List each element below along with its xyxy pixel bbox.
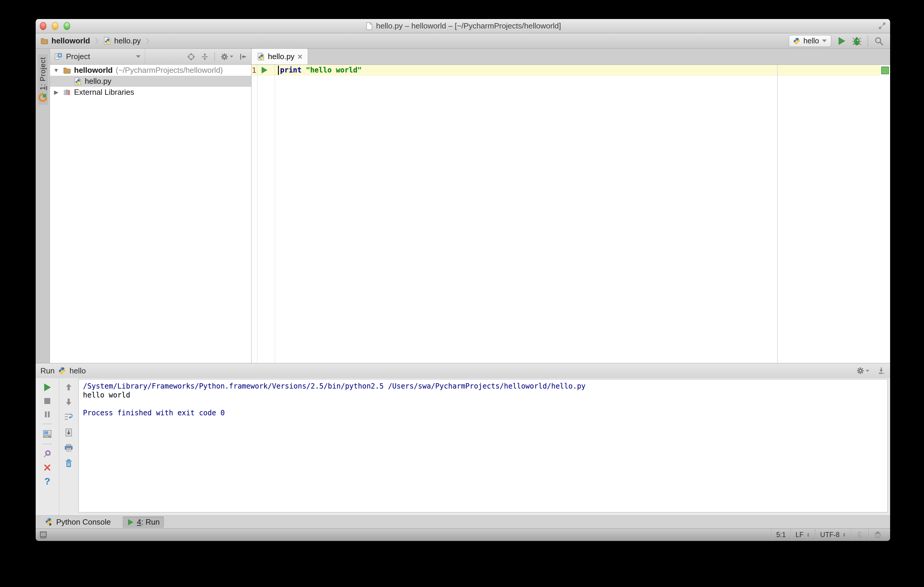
breadcrumb-project[interactable]: helloworld — [51, 36, 90, 46]
line-number: 1 — [251, 65, 256, 76]
python-console-label: Python Console — [56, 518, 111, 527]
run-header-toolbar — [856, 367, 885, 375]
project-view-select[interactable]: Project — [50, 49, 145, 64]
run-control-toolbar: ? — [36, 378, 59, 515]
libraries-icon — [63, 88, 71, 96]
console-toolbar — [59, 378, 78, 515]
scroll-to-end-button[interactable] — [64, 428, 73, 437]
editor-tab-label: hello.py — [268, 52, 295, 61]
scroll-to-source-icon[interactable] — [187, 53, 195, 61]
project-settings-button[interactable] — [220, 53, 233, 61]
right-margin-guide — [777, 65, 778, 363]
status-bar: 5:1 LF UTF-8 — [36, 528, 890, 541]
run-panel-config-name[interactable]: hello — [69, 366, 86, 375]
chevron-down-icon — [866, 370, 869, 372]
python-console-tab[interactable]: Python Console — [41, 516, 115, 528]
soft-wrap-button[interactable] — [64, 413, 73, 421]
run-button[interactable] — [837, 36, 846, 46]
close-window-button[interactable] — [40, 22, 46, 30]
console-stdout-line: hello world — [83, 391, 883, 400]
readonly-toggle-widget[interactable] — [851, 529, 869, 541]
next-occurrence-button[interactable] — [64, 398, 73, 406]
tree-row-project-root[interactable]: ▼ helloworld (~/PycharmProjects/hellowor… — [50, 65, 251, 76]
run-panel-title: Run — [40, 366, 55, 375]
navbar-actions: hello — [789, 35, 884, 47]
run-settings-button[interactable] — [856, 367, 869, 375]
folder-icon — [63, 66, 71, 74]
tree-row-hello-py[interactable]: hello.py — [50, 76, 251, 87]
console-exit-line: Process finished with exit code 0 — [83, 408, 883, 418]
chevron-right-icon — [93, 37, 100, 45]
tree-row-external-libraries[interactable]: ▶ External Libraries — [50, 87, 251, 98]
breadcrumb: helloworld hello.py — [40, 36, 151, 46]
tool-window-stripe: 1: Project — [36, 49, 50, 363]
show-console-button[interactable] — [43, 429, 52, 439]
updown-arrows-icon — [842, 532, 846, 538]
run-line-icon[interactable] — [261, 66, 268, 74]
pin-tab-button[interactable] — [43, 449, 52, 459]
minimize-window-button[interactable] — [52, 22, 58, 30]
project-view-label: Project — [66, 52, 90, 61]
stop-button[interactable] — [43, 397, 51, 405]
run-panel-header: Run hello — [36, 363, 890, 378]
dock-panel-icon[interactable] — [877, 367, 885, 375]
main-area: 1: Project Project — [36, 49, 890, 363]
close-panel-button[interactable] — [43, 464, 51, 472]
console-output[interactable]: /System/Library/Frameworks/Python.framew… — [79, 379, 888, 513]
project-panel-header: Project — [50, 49, 251, 65]
debug-button[interactable] — [852, 36, 861, 46]
console-exec-line: /System/Library/Frameworks/Python.framew… — [83, 382, 883, 391]
line-separator-widget[interactable]: LF — [790, 529, 815, 541]
caret-position-widget[interactable]: 5:1 — [771, 529, 790, 541]
separator — [43, 444, 52, 444]
pycharm-window: hello.py – helloworld – [~/PycharmProjec… — [36, 19, 890, 541]
toggle-tool-windows-icon[interactable] — [39, 531, 47, 539]
editor-tab-hello-py[interactable]: hello.py × — [251, 49, 308, 64]
rerun-button[interactable] — [43, 383, 52, 392]
navigation-bar: helloworld hello.py hello — [36, 33, 890, 49]
project-stripe-label: 1: Project — [39, 57, 47, 90]
inspection-status-indicator[interactable] — [881, 67, 889, 74]
breadcrumb-file[interactable]: hello.py — [114, 36, 141, 46]
window-controls — [40, 19, 70, 33]
pause-output-button[interactable] — [43, 410, 51, 419]
collapse-all-icon[interactable] — [201, 53, 209, 61]
chevron-down-icon — [136, 55, 140, 58]
project-tool-window: Project — [50, 49, 251, 363]
folder-icon — [40, 37, 48, 45]
chevron-down-icon — [822, 39, 827, 42]
help-button[interactable]: ? — [44, 477, 50, 486]
project-tree: ▼ helloworld (~/PycharmProjects/hellowor… — [50, 65, 251, 363]
run-tab-label: 4: Run — [137, 518, 160, 527]
search-everywhere-button[interactable] — [874, 36, 884, 46]
collapsed-arrow-icon[interactable]: ▶ — [52, 89, 60, 95]
code-editor[interactable]: 1 print "hello world" — [251, 65, 890, 363]
encoding-widget[interactable]: UTF-8 — [815, 529, 851, 541]
fullscreen-icon[interactable] — [878, 21, 886, 30]
error-stripe-column — [880, 65, 890, 363]
tool-window-button-project[interactable]: 1: Project — [38, 54, 48, 105]
chevron-down-icon — [230, 56, 233, 58]
separator — [214, 52, 215, 61]
hide-panel-icon[interactable] — [239, 53, 247, 61]
title-bar[interactable]: hello.py – helloworld – [~/PycharmProjec… — [36, 19, 890, 33]
updown-arrows-icon — [806, 532, 810, 538]
separator — [868, 36, 868, 46]
inspection-profile-widget[interactable] — [869, 529, 886, 541]
expanded-arrow-icon[interactable]: ▼ — [52, 67, 60, 74]
gear-icon — [856, 367, 865, 375]
python-console-icon — [45, 518, 53, 526]
tree-root-path: (~/PycharmProjects/helloworld) — [116, 66, 223, 75]
editor-area: hello.py × 1 print "hello world" — [251, 49, 890, 363]
run-icon — [127, 519, 134, 526]
print-button[interactable] — [64, 444, 73, 452]
python-icon — [793, 38, 800, 44]
close-tab-icon[interactable]: × — [298, 53, 302, 61]
clear-all-button[interactable] — [64, 459, 73, 468]
zoom-window-button[interactable] — [64, 22, 70, 30]
prev-occurrence-button[interactable] — [64, 383, 73, 391]
run-configuration-select[interactable]: hello — [789, 35, 831, 47]
python-file-icon — [257, 53, 265, 61]
hector-inspector-icon — [874, 531, 882, 539]
run-tab[interactable]: 4: Run — [123, 516, 164, 528]
